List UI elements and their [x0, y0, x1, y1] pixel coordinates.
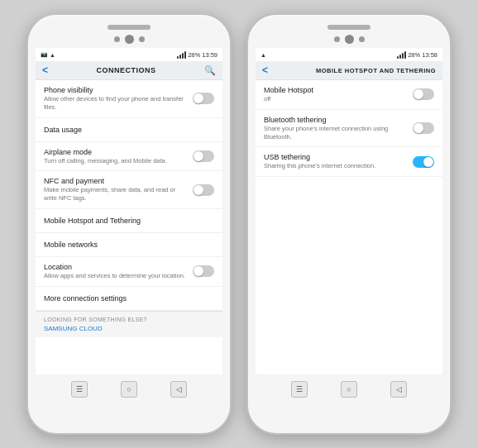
back-button-1[interactable]: < [42, 64, 48, 76]
mobile-networks-title: Mobile networks [44, 241, 214, 249]
samsung-cloud-link[interactable]: SAMSUNG CLOUD [44, 325, 214, 332]
signal-bars-1 [177, 51, 186, 59]
bar4 [184, 51, 186, 59]
location-toggle[interactable] [193, 265, 214, 277]
mobile-hotspot-text: Mobile Hotspot off [264, 86, 408, 103]
back-button-2[interactable]: < [262, 64, 268, 76]
location-sub: Allow apps and services to determine you… [44, 272, 188, 280]
bluetooth-tethering-sub: Share your phone's internet connection u… [264, 125, 408, 141]
screen-2: ▲ 28% 13:58 < MOBILE HOTSPOT AND TETHERI… [256, 48, 442, 374]
settings-list-2: Mobile Hotspot off Bluetooth tethering S… [256, 80, 442, 374]
usb-tethering-title: USB tethering [264, 153, 408, 161]
mobile-hotspot-title: Mobile Hotspot [264, 86, 408, 94]
menu-button-1[interactable]: ☰ [71, 381, 88, 398]
camera-dot-3 [334, 36, 340, 42]
mobile-hotspot-sub: off [264, 95, 408, 103]
cameras-2 [334, 35, 365, 44]
battery-text-1: 28% [188, 51, 200, 59]
nfc-text: NFC and payment Make mobile payments, sh… [44, 177, 188, 203]
camera-lens [125, 35, 134, 44]
phone-1: 📷 ▲ 28% 13:59 < CONNECTIONS 🔍 [26, 13, 232, 435]
bottom-card: LOOKING FOR SOMETHING ELSE? SAMSUNG CLOU… [36, 311, 222, 337]
bar3 [182, 53, 184, 59]
settings-list-1: Phone visibility Allow other devices to … [36, 80, 222, 374]
photo-icon: 📷 [41, 51, 48, 58]
speaker-1 [108, 25, 151, 30]
usb-tethering-sub: Sharing this phone's internet connection… [264, 162, 408, 170]
status-bar-2: ▲ 28% 13:58 [256, 48, 442, 61]
menu-button-2[interactable]: ☰ [291, 381, 308, 398]
airplane-mode-toggle[interactable] [193, 150, 214, 162]
status-right-2: 28% 13:58 [397, 51, 437, 59]
wifi-icon: ▲ [50, 52, 55, 58]
bar2b [399, 55, 401, 59]
airplane-mode-title: Airplane mode [44, 148, 188, 156]
location-title: Location [44, 263, 188, 271]
bottom-card-title: LOOKING FOR SOMETHING ELSE? [44, 317, 214, 322]
mobile-hotspot-toggle[interactable] [413, 88, 434, 100]
screen-1: 📷 ▲ 28% 13:59 < CONNECTIONS 🔍 [36, 48, 222, 374]
usb-tethering-item[interactable]: USB tethering Sharing this phone's inter… [256, 147, 442, 177]
bar1b [397, 56, 399, 59]
bluetooth-tethering-text: Bluetooth tethering Share your phone's i… [264, 116, 408, 141]
time-2: 13:58 [422, 51, 437, 59]
hotspot-item[interactable]: Mobile Hotspot and Tethering [36, 209, 222, 233]
status-right-1: 28% 13:59 [177, 51, 217, 59]
nfc-title: NFC and payment [44, 177, 188, 185]
battery-text-2: 28% [408, 51, 420, 59]
bluetooth-tethering-title: Bluetooth tethering [264, 116, 408, 124]
home-button-1[interactable]: ○ [121, 381, 137, 398]
data-usage-title: Data usage [44, 126, 214, 134]
bar3b [402, 53, 404, 59]
phone-visibility-sub: Allow other devices to find your phone a… [44, 95, 188, 112]
camera-lens-2 [345, 35, 354, 44]
cameras-1 [114, 35, 145, 44]
search-icon-1[interactable]: 🔍 [204, 65, 216, 76]
camera-dot-2 [139, 36, 145, 42]
time-1: 13:59 [202, 51, 217, 59]
nav-bar-1: < CONNECTIONS 🔍 [36, 61, 222, 80]
status-bar-1: 📷 ▲ 28% 13:59 [36, 48, 222, 61]
location-text: Location Allow apps and services to dete… [44, 263, 188, 280]
nfc-sub: Make mobile payments, share data, and re… [44, 186, 188, 203]
nav-bar-2: < MOBILE HOTSPOT AND TETHERING [256, 61, 442, 80]
airplane-mode-text: Airplane mode Turn off calling, messagin… [44, 148, 188, 165]
hotspot-title: Mobile Hotspot and Tethering [44, 217, 214, 225]
mobile-networks-item[interactable]: Mobile networks [36, 233, 222, 257]
phone-buttons-2: ☰ ○ ◁ [275, 381, 423, 398]
phone-2: ▲ 28% 13:58 < MOBILE HOTSPOT AND TETHERI… [246, 13, 452, 435]
location-item[interactable]: Location Allow apps and services to dete… [36, 257, 222, 287]
camera-dot-4 [359, 36, 365, 42]
more-connection-item[interactable]: More connection settings [36, 287, 222, 311]
back-btn-2[interactable]: ◁ [390, 381, 407, 398]
bluetooth-tethering-toggle[interactable] [413, 122, 434, 134]
mobile-hotspot-item[interactable]: Mobile Hotspot off [256, 80, 442, 110]
nfc-toggle[interactable] [193, 184, 214, 196]
airplane-mode-sub: Turn off calling, messaging, and Mobile … [44, 157, 188, 165]
airplane-mode-item[interactable]: Airplane mode Turn off calling, messagin… [36, 142, 222, 172]
status-left-1: 📷 ▲ [41, 51, 55, 58]
home-button-2[interactable]: ○ [341, 381, 357, 398]
usb-tethering-text: USB tethering Sharing this phone's inter… [264, 153, 408, 170]
wifi-icon-2: ▲ [261, 52, 266, 58]
nfc-item[interactable]: NFC and payment Make mobile payments, sh… [36, 171, 222, 209]
bar1 [177, 56, 179, 59]
phone-visibility-item[interactable]: Phone visibility Allow other devices to … [36, 80, 222, 118]
bluetooth-tethering-item[interactable]: Bluetooth tethering Share your phone's i… [256, 110, 442, 148]
nav-title-2: MOBILE HOTSPOT AND TETHERING [316, 67, 436, 74]
phone-buttons-1: ☰ ○ ◁ [55, 381, 203, 398]
phone-visibility-toggle[interactable] [193, 93, 214, 104]
status-left-2: ▲ [261, 52, 266, 58]
bar2 [179, 55, 181, 59]
back-btn-1[interactable]: ◁ [170, 381, 187, 398]
phone-visibility-text: Phone visibility Allow other devices to … [44, 86, 188, 112]
phone-visibility-title: Phone visibility [44, 86, 188, 94]
bar4b [404, 51, 406, 59]
camera-dot [114, 36, 120, 42]
nav-title-1: CONNECTIONS [97, 66, 156, 74]
speaker-2 [327, 25, 370, 30]
usb-tethering-toggle[interactable] [413, 156, 434, 168]
signal-bars-2 [397, 51, 406, 59]
data-usage-item[interactable]: Data usage [36, 118, 222, 142]
more-connection-title: More connection settings [44, 294, 214, 303]
